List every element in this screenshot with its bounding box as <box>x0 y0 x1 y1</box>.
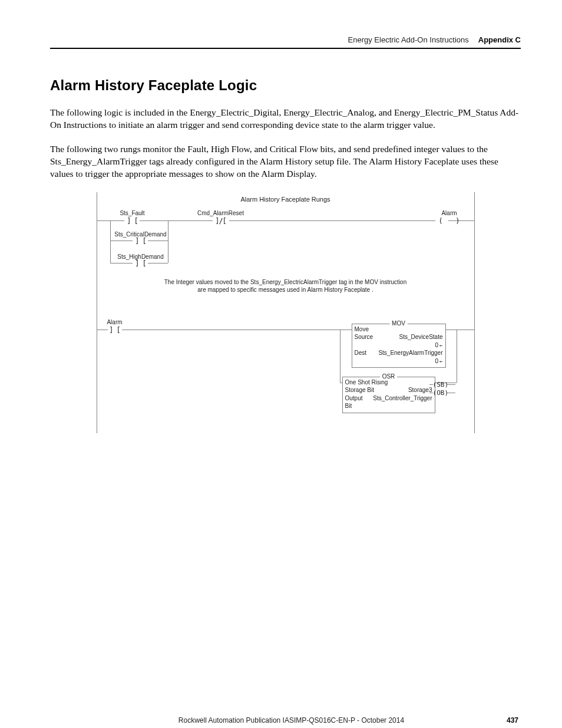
mov-title: MOV <box>389 319 408 328</box>
note-line-1: The Integer values moved to the Sts_Ener… <box>164 279 406 285</box>
label-sts-fault: Sts_Fault <box>120 210 144 216</box>
mov-dest-label: Dest <box>355 349 367 357</box>
rung-1: Sts_Fault ] [ Cmd_AlarmReset ]/[ Alarm (… <box>97 206 474 271</box>
rung-2: Alarm ] [ MOV Move Source Sts_DeviceStat… <box>97 318 474 424</box>
osr-instruction-box: OSR One Shot Rising Storage Bit Storage3… <box>342 377 435 413</box>
label-alarm: Alarm <box>441 210 457 216</box>
figure-title: Alarm History Faceplate Rungs <box>97 196 474 203</box>
mov-dest-value: Sts_EnergyAlarmTrigger <box>378 349 442 357</box>
figure-note: The Integer values moved to the Sts_Ener… <box>97 278 474 294</box>
body-paragraph-2: The following two rungs monitor the Faul… <box>50 143 521 180</box>
osr-sb-coil: (SB) <box>433 381 449 388</box>
osr-storage-label: Storage Bit <box>345 386 374 394</box>
contact-alarm: ] [ <box>109 326 120 334</box>
body-paragraph-1: The following logic is included in the E… <box>50 107 521 131</box>
header-appendix: Appendix C <box>478 35 521 44</box>
note-line-2: are mapped to specific messages used in … <box>197 286 373 293</box>
mov-source-label: Source <box>355 333 373 341</box>
contact-sts-high: ] [ <box>135 259 146 268</box>
osr-ob-coil: (OB) <box>433 389 449 397</box>
arrow-icon: ← <box>439 358 442 365</box>
mov-source-num: 0 <box>435 342 439 348</box>
osr-title: OSR <box>380 373 398 381</box>
mov-dest-num: 0 <box>435 358 439 364</box>
section-heading: Alarm History Faceplate Logic <box>50 77 521 94</box>
arrow-icon: ← <box>439 342 442 349</box>
label-cmd-alarm-reset: Cmd_AlarmReset <box>197 210 244 216</box>
label-alarm-2: Alarm <box>107 319 122 325</box>
contact-sts-fault: ] [ <box>127 217 138 225</box>
contact-sts-critical: ] [ <box>135 237 146 245</box>
osr-output-value: Sts_Controller_Trigger <box>373 394 432 410</box>
osr-output-label: Output Bit <box>345 394 369 410</box>
mov-source-value: Sts_DeviceState <box>399 333 443 341</box>
coil-alarm: ( ) <box>438 217 459 225</box>
footer-page-number: 437 <box>507 716 518 724</box>
header-doc-title: Energy Electric Add-On Instructions <box>348 35 469 44</box>
footer-publication: Rockwell Automation Publication IASIMP-Q… <box>76 716 507 724</box>
page-footer: Rockwell Automation Publication IASIMP-Q… <box>50 716 521 724</box>
ladder-logic-figure: Alarm History Faceplate Rungs Sts_Fault … <box>97 192 475 433</box>
mov-instruction-box: MOV Move Source Sts_DeviceState 0← Dest … <box>352 324 446 368</box>
contact-cmd-alarm-reset: ]/[ <box>215 217 226 225</box>
osr-storage-value: Storage3 <box>408 386 432 394</box>
running-header: Energy Electric Add-On Instructions Appe… <box>50 35 521 49</box>
